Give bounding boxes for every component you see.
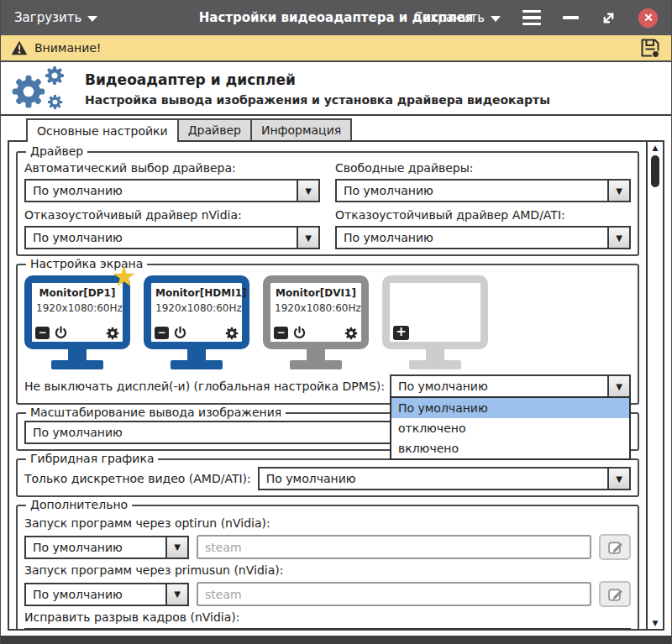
scroll-down-icon[interactable] (648, 619, 663, 627)
failsafe-amd-label: Отказоустойчивый драйвер AMD/ATI: (335, 208, 631, 223)
hybrid-group: Гибридная графика Только дискретное виде… (16, 458, 639, 497)
chevron-down-icon[interactable] (165, 537, 187, 558)
optirun-edit-button[interactable] (599, 534, 631, 560)
dpms-dropdown-list: По умолчанию отключено включено (390, 396, 631, 460)
chevron-down-icon[interactable] (165, 584, 187, 605)
save-config-button[interactable] (639, 37, 661, 59)
free-drivers-label: Свободные драйверы: (335, 161, 631, 175)
dpms-label: Не выключать дисплей(-и) (глобальная нас… (24, 380, 385, 394)
maximize-button[interactable] (601, 10, 617, 26)
power-icon[interactable] (54, 326, 68, 340)
primary-star-icon (112, 262, 137, 291)
floppy-save-icon (639, 37, 661, 59)
warning-bar: Внимание! (1, 35, 671, 62)
hybrid-group-legend: Гибридная графика (26, 452, 158, 465)
pencil-icon (607, 586, 623, 602)
monitor-settings-gear-icon[interactable] (344, 327, 358, 340)
chevron-down-icon[interactable] (297, 181, 318, 201)
minimize-button[interactable] (563, 16, 579, 18)
primusun-select[interactable]: По умолчанию (24, 583, 189, 606)
monitor-settings-gear-icon[interactable] (225, 327, 239, 340)
power-icon[interactable] (292, 326, 307, 340)
vertical-scrollbar[interactable] (646, 142, 663, 629)
discrete-only-select[interactable]: По умолчанию (258, 467, 631, 490)
discrete-only-label: Только дискретное видео (AMD/ATI): (24, 472, 251, 486)
monitor-card-add[interactable] (382, 275, 488, 369)
failsafe-amd-select[interactable]: По умолчанию (335, 226, 631, 249)
load-menu-button[interactable]: Загрузить (14, 10, 97, 25)
load-menu-label: Загрузить (14, 10, 81, 25)
page-title: Видеоадаптер и дисплей (85, 71, 550, 88)
chevron-down-icon (491, 16, 501, 22)
tearing-fix-label: Исправить разрыв кадров (nVidia): (24, 610, 631, 625)
warning-text: Внимание! (34, 41, 101, 55)
advanced-group: Дополнительно Запуск программ через opti… (16, 505, 639, 629)
monitor-card-dp1[interactable]: Monitor[DP1] 1920x1080:60Hz (24, 275, 130, 369)
tab-main-settings[interactable]: Основные настройки (26, 118, 179, 142)
monitor-list: Monitor[DP1] 1920x1080:60Hz M (24, 272, 631, 369)
monitor-card-hdmi1[interactable]: Monitor[HDMI1] 1920x1080:60Hz (144, 275, 249, 369)
warning-icon (11, 40, 28, 55)
primusun-edit-button[interactable] (599, 581, 631, 607)
app-header: Видеоадаптер и дисплей Настройка вывода … (1, 64, 671, 116)
monitor-remove-icon[interactable] (155, 327, 169, 339)
menu-icon[interactable] (522, 10, 541, 25)
tab-bar: Основные настройки Драйвер Информация (26, 118, 350, 144)
optirun-program-input[interactable] (197, 535, 591, 559)
optirun-select[interactable]: По умолчанию (24, 536, 189, 559)
chevron-down-icon[interactable] (607, 181, 629, 201)
tearing-fix-select[interactable]: По умолчанию (24, 628, 631, 629)
failsafe-nvidia-select[interactable]: По умолчанию (24, 226, 320, 249)
window-bottom-edge (1, 636, 671, 644)
dpms-select[interactable]: По умолчанию По умолчанию отключено вклю… (390, 374, 631, 398)
free-drivers-select[interactable]: По умолчанию (335, 179, 631, 202)
page-subtitle: Настройка вывода изображения и установка… (85, 93, 550, 107)
scaling-group-legend: Масштабирование вывода изображения (26, 406, 286, 419)
driver-group: Драйвер Автоматический выбор драйвера: П… (16, 151, 639, 256)
primusun-label: Запуск программ через primusun (nVidia): (24, 563, 631, 578)
tab-panel-content: Драйвер Автоматический выбор драйвера: П… (9, 142, 646, 629)
primusun-program-input[interactable] (197, 582, 591, 606)
power-icon[interactable] (173, 326, 187, 340)
failsafe-nvidia-label: Отказоустойчивый драйвер nVidia: (24, 208, 320, 223)
auto-driver-label: Автоматический выбор драйвера: (24, 161, 320, 175)
dropdown-option-default[interactable]: По умолчанию (391, 398, 629, 418)
monitor-settings-gear-icon[interactable] (106, 327, 119, 340)
optirun-label: Запуск программ через optirun (nVidia): (24, 516, 631, 531)
app-window: Загрузить Настройки видеоадаптера и дисп… (0, 0, 672, 644)
gears-icon (11, 65, 71, 113)
tab-information[interactable]: Информация (250, 118, 352, 140)
screen-group: Настройка экрана Monitor[DP1] 1920x1080:… (16, 264, 639, 405)
driver-group-legend: Драйвер (26, 144, 87, 158)
chevron-down-icon (87, 16, 97, 22)
close-button[interactable] (638, 8, 658, 28)
monitor-add-icon[interactable] (393, 326, 409, 340)
chevron-down-icon[interactable] (607, 469, 629, 489)
pencil-icon (607, 539, 623, 555)
chevron-down-icon[interactable] (607, 228, 629, 248)
scrollbar-thumb[interactable] (651, 155, 659, 187)
tab-driver[interactable]: Драйвер (177, 118, 252, 140)
monitor-remove-icon[interactable] (35, 327, 50, 339)
auto-driver-select[interactable]: По умолчанию (24, 179, 320, 202)
advanced-group-legend: Дополнительно (26, 498, 132, 511)
dropdown-option-on[interactable]: включено (391, 438, 629, 458)
scroll-up-icon[interactable] (648, 144, 663, 152)
dropdown-option-off[interactable]: отключено (391, 418, 629, 438)
tab-panel: Драйвер Автоматический выбор драйвера: П… (8, 140, 664, 631)
window-title: Настройки видеоадаптера и дисплея (199, 10, 473, 25)
monitor-card-dvi1[interactable]: Monitor[DVI1] 1920x1080:60Hz (263, 275, 369, 369)
title-bar: Загрузить Настройки видеоадаптера и дисп… (1, 0, 671, 35)
chevron-down-icon[interactable] (297, 228, 318, 248)
monitor-remove-icon[interactable] (274, 327, 288, 339)
chevron-down-icon[interactable] (607, 376, 629, 396)
